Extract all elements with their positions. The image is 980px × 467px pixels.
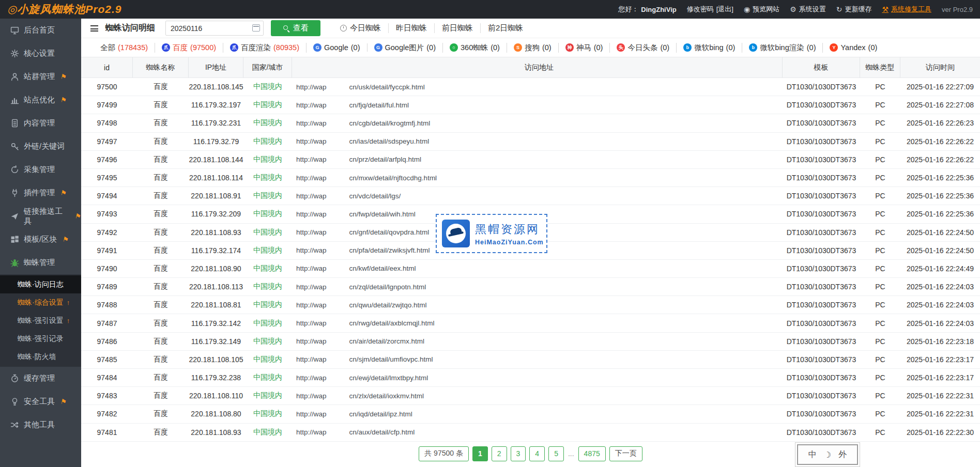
spider-filter[interactable]: 全部 (178435) bbox=[94, 43, 155, 53]
sidebar-item-plugins[interactable]: 插件管理 ⚑ bbox=[0, 181, 81, 205]
submenu-item-firewall[interactable]: 蜘蛛·防火墙 bbox=[0, 348, 81, 366]
page-button[interactable]: 下一页 bbox=[609, 446, 642, 461]
sidebar-item-dashboard[interactable]: 后台首页 bbox=[0, 19, 81, 42]
day-before-spider-link[interactable]: 前日蜘蛛 bbox=[435, 23, 481, 33]
cell-template: DT1030/1030DT3673 bbox=[783, 264, 860, 273]
url-prefix: http://wap bbox=[296, 264, 327, 272]
page-button[interactable]: 5 bbox=[548, 446, 564, 461]
fullwidth-mode-button[interactable]: 外 bbox=[838, 449, 847, 460]
submenu-item-force-settings[interactable]: 蜘蛛·强引设置↑ bbox=[0, 312, 81, 330]
sidebar-item-link-push[interactable]: 链接推送工具 ⚑ bbox=[0, 205, 81, 228]
engine-badge-icon: 头 bbox=[617, 43, 625, 52]
censored-domain-block bbox=[327, 428, 349, 437]
sidebar-item-security[interactable]: 安全工具 ⚑ bbox=[0, 390, 81, 413]
cell-template: DT1030/1030DT3673 bbox=[783, 283, 860, 291]
sidebar-item-templates[interactable]: 模板/区块 ⚑ bbox=[0, 228, 81, 251]
url-prefix: http://wap bbox=[296, 228, 327, 236]
url-prefix: http://wap bbox=[296, 410, 327, 418]
gear-icon bbox=[10, 49, 19, 58]
wrench-icon: ⚒ bbox=[882, 5, 889, 13]
cell-url: http://wap cn/rwg/detail/axblcmqjl.html bbox=[292, 319, 783, 328]
cell-url: http://wap cn/cgb/detail/krogtmfj.html bbox=[292, 119, 783, 127]
app-logo: ◎小旋风蜘蛛池Pro2.9 bbox=[7, 2, 122, 17]
cell-ip: 116.179.32.231 bbox=[189, 119, 243, 127]
page-button[interactable]: 4 bbox=[529, 446, 545, 461]
cell-template: DT1030/1030DT3673 bbox=[783, 373, 860, 382]
spider-filter[interactable]: Y Yandex (0) bbox=[823, 43, 884, 52]
system-settings-link[interactable]: ⚙系统设置 bbox=[790, 5, 826, 14]
spider-filter[interactable]: b 微软bing渲染 (0) bbox=[742, 43, 823, 53]
cell-name: 百度 bbox=[133, 246, 189, 255]
logout-link[interactable]: [退出] bbox=[716, 5, 733, 14]
engine-badge-icon: 爪 bbox=[230, 43, 238, 52]
spider-filter[interactable]: G Google (0) bbox=[307, 43, 368, 52]
sidebar-item-collection[interactable]: 采集管理 bbox=[0, 158, 81, 181]
cell-template: DT1030/1030DT3673 bbox=[783, 210, 860, 218]
cell-id: 97483 bbox=[81, 392, 133, 400]
spider-filter[interactable]: ○ 360蜘蛛 (0) bbox=[443, 43, 507, 53]
table-row: 97490 百度 220.181.108.90 中国境内 http://wap … bbox=[81, 260, 980, 278]
cell-time: 2025-01-16 22:24:03 bbox=[900, 319, 980, 328]
system-repair-link[interactable]: ⚒系统修复工具 bbox=[882, 5, 931, 14]
url-path: cn/zlx/detail/ioxkmv.html bbox=[349, 392, 424, 400]
spider-filter[interactable]: 头 今日头条 (0) bbox=[610, 43, 677, 53]
spider-filter[interactable]: 神 神马 (0) bbox=[559, 43, 610, 53]
spider-filter[interactable]: b 微软bing (0) bbox=[677, 43, 742, 53]
sidebar-item-site-group[interactable]: 站群管理 ⚑ bbox=[0, 65, 81, 88]
url-path: cn/vdc/detail/lgs/ bbox=[349, 192, 401, 200]
moon-icon[interactable]: ☽ bbox=[824, 450, 831, 460]
sidebar-item-core-settings[interactable]: 核心设置 bbox=[0, 42, 81, 65]
page-button[interactable]: 2 bbox=[492, 446, 507, 461]
sidebar-item-site-optimize[interactable]: 站点优化 ⚑ bbox=[0, 88, 81, 112]
censored-domain-block bbox=[327, 410, 349, 418]
chinese-mode-button[interactable]: 中 bbox=[808, 449, 817, 460]
page-button[interactable]: 1 bbox=[472, 446, 488, 461]
page-button[interactable]: 4875 bbox=[578, 446, 606, 461]
submenu-item-force-records[interactable]: 蜘蛛·强引记录 bbox=[0, 330, 81, 348]
col-header-url: 访问地址 bbox=[292, 57, 783, 77]
url-path: cn/aux/detail/cfp.html bbox=[349, 428, 415, 436]
cell-name: 百度 bbox=[133, 264, 189, 273]
url-path: cn/prz/detail/arfplq.html bbox=[349, 155, 422, 163]
censored-domain-block bbox=[327, 246, 349, 255]
spider-filter[interactable]: 爪 百度渲染 (80935) bbox=[223, 43, 307, 53]
spider-filter[interactable]: S 搜狗 (0) bbox=[507, 43, 559, 53]
table-row: 97483 百度 220.181.108.110 中国境内 http://wap… bbox=[81, 387, 980, 405]
url-path: cn/cgb/detail/krogtmfj.html bbox=[349, 119, 431, 127]
url-prefix: http://wap bbox=[296, 392, 327, 400]
submenu-item-visit-log[interactable]: 蜘蛛·访问日志 bbox=[0, 275, 81, 293]
cell-template: DT1030/1030DT3673 bbox=[783, 428, 860, 437]
cell-id: 97497 bbox=[81, 137, 133, 146]
refresh-icon bbox=[10, 165, 19, 174]
yesterday-spider-link[interactable]: 昨日蜘蛛 bbox=[389, 23, 435, 33]
page-button[interactable]: 3 bbox=[511, 446, 526, 461]
sidebar-item-spider[interactable]: 蜘蛛管理 bbox=[0, 251, 81, 274]
refresh-cache-link[interactable]: ↻更新缓存 bbox=[836, 5, 872, 14]
page-button[interactable]: ... bbox=[568, 446, 575, 461]
url-path: cn/air/detail/zorcmx.html bbox=[349, 337, 425, 345]
submenu-item-general-settings[interactable]: 蜘蛛·综合设置↑ bbox=[0, 293, 81, 312]
sidebar-item-cache[interactable]: 缓存管理 bbox=[0, 367, 81, 390]
spider-filter[interactable]: G Google图片 (0) bbox=[368, 43, 443, 53]
two-days-ago-spider-link[interactable]: 前2日蜘蛛 bbox=[481, 23, 530, 33]
spider-filter[interactable]: 爪 百度 (97500) bbox=[155, 43, 223, 53]
preview-site-link[interactable]: ◉预览网站 bbox=[744, 5, 779, 14]
toolbar: 蜘蛛访问明细 查看 今日蜘蛛 昨日蜘蛛 前日蜘蛛 前2日蜘蛛 bbox=[81, 19, 980, 38]
cell-template: DT1030/1030DT3673 bbox=[783, 337, 860, 346]
cell-url: http://wap cn/air/detail/zorcmx.html bbox=[292, 337, 783, 346]
view-button[interactable]: 查看 bbox=[271, 20, 320, 36]
change-password-link[interactable]: 修改密码[退出] bbox=[687, 5, 733, 14]
watermark-logo-icon bbox=[442, 220, 470, 247]
engine-badge-icon: ○ bbox=[450, 43, 458, 52]
cell-id: 97498 bbox=[81, 119, 133, 127]
calendar-icon[interactable] bbox=[252, 24, 260, 32]
today-spider-link[interactable]: 今日蜘蛛 bbox=[333, 23, 389, 33]
sidebar-item-other-tools[interactable]: 其他工具 bbox=[0, 413, 81, 437]
sidebar-item-links-keywords[interactable]: 外链/关键词 bbox=[0, 135, 81, 158]
cell-ip: 220.181.108.90 bbox=[189, 264, 243, 273]
engine-badge-icon: G bbox=[374, 43, 382, 52]
date-input[interactable] bbox=[165, 21, 264, 36]
cell-name: 百度 bbox=[133, 391, 189, 400]
sidebar-item-content[interactable]: 内容管理 bbox=[0, 112, 81, 135]
watermark-box: 黑帽资源网 HeiMaoZiYuan.Com bbox=[436, 214, 547, 253]
